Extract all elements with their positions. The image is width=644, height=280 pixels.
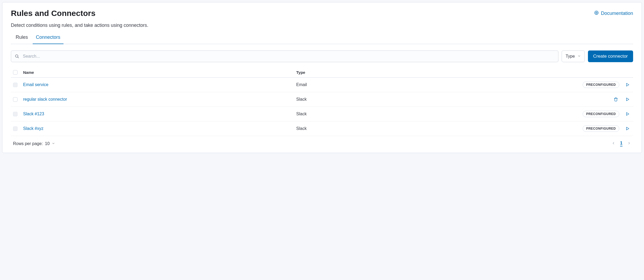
svg-marker-6 <box>626 113 629 116</box>
column-header-name: Name <box>23 70 296 75</box>
rules-connectors-panel: Rules and Connectors Documentation Detec… <box>2 2 642 153</box>
page-subtitle: Detect conditions using rules, and take … <box>11 23 633 28</box>
connector-name-link[interactable]: Slack #xyz <box>23 126 43 131</box>
run-icon[interactable] <box>624 96 631 103</box>
connector-name-link[interactable]: regular slack connector <box>23 97 67 101</box>
connector-name-link[interactable]: Email service <box>23 82 48 87</box>
documentation-label: Documentation <box>601 11 633 16</box>
table-row: Email service Email PRECONFIGURED <box>11 78 633 92</box>
column-header-type: Type <box>296 70 569 75</box>
type-filter-dropdown[interactable]: Type <box>562 50 585 62</box>
table-row: regular slack connector Slack <box>11 92 633 107</box>
svg-marker-7 <box>626 127 629 130</box>
rows-per-page-selector[interactable]: Rows per page: 10 <box>13 141 55 146</box>
rows-per-page-label: Rows per page: <box>13 141 43 146</box>
page-number[interactable]: 1 <box>620 141 622 146</box>
next-page-button[interactable] <box>627 141 631 146</box>
connector-type: Slack <box>296 126 569 131</box>
tab-rules[interactable]: Rules <box>15 32 28 44</box>
rows-per-page-value: 10 <box>45 141 50 146</box>
tab-connectors[interactable]: Connectors <box>35 32 61 44</box>
type-filter-label: Type <box>566 54 575 59</box>
svg-point-1 <box>596 12 597 13</box>
documentation-icon <box>594 10 599 16</box>
tabs: Rules Connectors <box>11 32 633 44</box>
svg-point-0 <box>595 11 598 15</box>
run-icon[interactable] <box>624 125 631 132</box>
row-checkbox <box>13 126 18 131</box>
search-input[interactable] <box>11 50 558 62</box>
row-checkbox <box>13 83 18 87</box>
trash-icon[interactable] <box>612 96 619 103</box>
preconfigured-badge: PRECONFIGURED <box>583 111 619 117</box>
table-row: Slack #123 Slack PRECONFIGURED <box>11 107 633 121</box>
svg-line-3 <box>18 57 19 58</box>
run-icon[interactable] <box>624 81 631 88</box>
svg-marker-4 <box>626 83 629 86</box>
connector-name-link[interactable]: Slack #123 <box>23 112 44 116</box>
documentation-link[interactable]: Documentation <box>594 10 633 16</box>
preconfigured-badge: PRECONFIGURED <box>583 125 619 132</box>
create-connector-button[interactable]: Create connector <box>588 50 633 62</box>
chevron-down-icon <box>52 141 55 146</box>
svg-marker-5 <box>626 98 629 101</box>
prev-page-button[interactable] <box>612 141 615 146</box>
row-checkbox <box>13 112 18 116</box>
page-title: Rules and Connectors <box>11 9 95 18</box>
select-all-checkbox[interactable] <box>13 70 18 75</box>
connector-type: Slack <box>296 112 569 116</box>
table-row: Slack #xyz Slack PRECONFIGURED <box>11 121 633 136</box>
connector-type: Slack <box>296 97 569 102</box>
chevron-down-icon <box>578 54 581 59</box>
run-icon[interactable] <box>624 111 631 117</box>
row-checkbox[interactable] <box>13 97 18 102</box>
preconfigured-badge: PRECONFIGURED <box>583 82 619 88</box>
connector-type: Email <box>296 82 569 87</box>
connectors-table: Name Type Email service Email PRECONFIGU… <box>11 67 633 136</box>
